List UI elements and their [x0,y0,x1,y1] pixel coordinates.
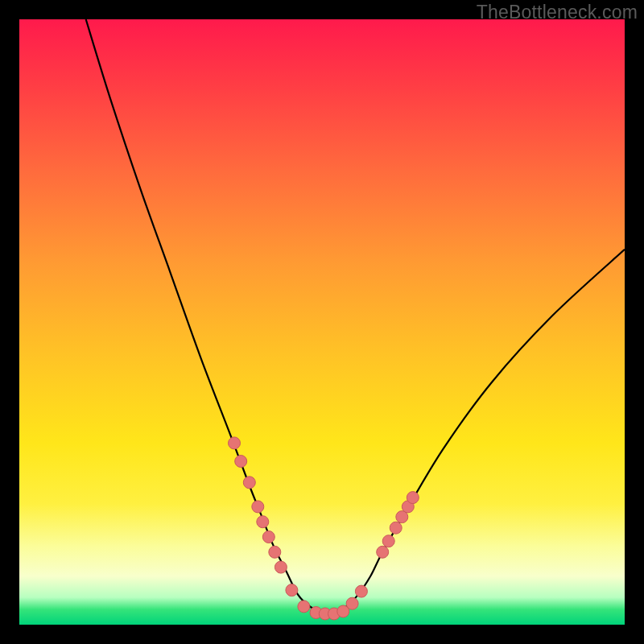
dots-left-cluster [229,437,287,573]
data-dot [382,535,394,547]
data-dot [346,597,358,609]
plot-frame [19,19,625,625]
data-dot [262,531,275,543]
data-dot [235,456,247,468]
data-dot [229,437,241,449]
data-dot [377,546,389,558]
bottleneck-curve [86,19,625,613]
dots-bottom-cluster [286,584,368,620]
data-dot [243,477,255,489]
data-dot [269,546,281,558]
data-dot [257,516,269,528]
data-dot [252,501,264,513]
data-dot [298,601,310,613]
data-dot [407,492,419,504]
watermark-text: TheBottleneck.com [477,2,638,23]
chart-svg [19,19,625,625]
data-dot [286,584,298,597]
dots-right-cluster [377,492,419,559]
data-dot [275,561,287,573]
data-dot [390,522,402,534]
data-dot [355,585,367,597]
